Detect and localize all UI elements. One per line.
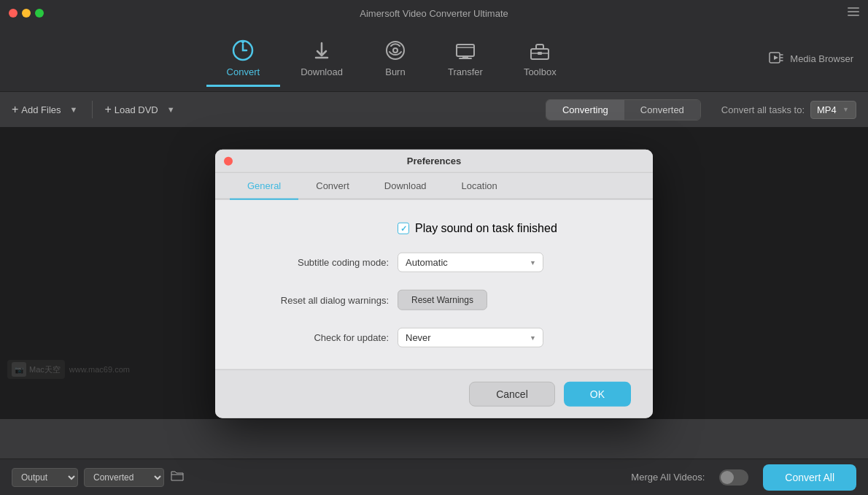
add-files-button[interactable]: + Add Files [12, 103, 61, 116]
convert-icon [231, 39, 255, 62]
transfer-icon [454, 39, 477, 62]
svg-rect-0 [848, 7, 859, 9]
check-update-dropdown-wrapper: Never Daily Weekly [398, 328, 543, 348]
subtitle-dropdown-wrapper: Automatic Manual [398, 253, 543, 272]
add-files-dropdown[interactable]: ▼ [67, 104, 81, 115]
convert-label: Convert [227, 66, 260, 77]
check-update-label: Check for update: [244, 332, 398, 343]
subtitle-coding-row: Subtitle coding mode: Automatic Manual [244, 253, 624, 272]
output-select[interactable]: Output [12, 468, 78, 487]
play-sound-value: Play sound on task finished [398, 222, 624, 235]
burn-label: Burn [385, 66, 405, 77]
subtitle-coding-value: Automatic Manual [398, 253, 624, 272]
modal-close-button[interactable] [224, 156, 233, 165]
window-title: Aimersoft Video Converter Ultimate [360, 8, 508, 19]
modal-title: Preferences [407, 156, 461, 166]
title-bar-right-icon [848, 7, 859, 20]
media-browser-label: Media Browser [790, 53, 853, 64]
subtitle-coding-label: Subtitle coding mode: [244, 257, 398, 268]
converting-tab[interactable]: Converting [546, 100, 624, 120]
main-content: Preferences General Convert Download Loc… [0, 127, 868, 419]
check-update-value: Never Daily Weekly [398, 328, 624, 348]
reset-warnings-value: Reset Warnings [398, 290, 624, 310]
title-bar: Aimersoft Video Converter Ultimate [0, 0, 868, 26]
download-icon [310, 39, 333, 62]
modal-titlebar: Preferences [215, 150, 653, 173]
separator [92, 101, 93, 118]
maximize-button[interactable] [35, 9, 44, 18]
merge-all-label: Merge All Videos: [631, 472, 705, 483]
preferences-modal: Preferences General Convert Download Loc… [215, 150, 653, 418]
plus-icon-2: + [104, 103, 111, 116]
play-sound-label: Play sound on task finished [415, 222, 557, 235]
format-select[interactable]: MP4 MKV AVI [810, 101, 856, 119]
svg-point-5 [393, 48, 398, 53]
converted-select[interactable]: Converted [84, 468, 164, 487]
reset-warnings-label: Reset all dialog warnings: [244, 294, 398, 305]
svg-rect-2 [848, 15, 859, 16]
add-files-label: Add Files [21, 104, 61, 115]
ok-button[interactable]: OK [564, 382, 631, 407]
modal-footer: Cancel OK [215, 369, 653, 418]
converted-tab[interactable]: Converted [624, 100, 700, 120]
toolbar: Convert Download Burn [0, 26, 868, 92]
check-update-select[interactable]: Never Daily Weekly [398, 328, 543, 348]
media-browser-icon [768, 50, 784, 68]
merge-all-toggle[interactable] [719, 469, 748, 486]
modal-tab-convert[interactable]: Convert [298, 173, 367, 200]
reset-warnings-button[interactable]: Reset Warnings [398, 290, 487, 310]
minimize-button[interactable] [22, 9, 31, 18]
svg-rect-9 [538, 52, 542, 55]
reset-warnings-row: Reset all dialog warnings: Reset Warning… [244, 290, 624, 310]
load-dvd-dropdown[interactable]: ▼ [164, 104, 178, 115]
toolbox-icon [528, 39, 551, 62]
toolbox-nav-button[interactable]: Toolbox [503, 31, 577, 87]
load-dvd-button[interactable]: + Load DVD [104, 103, 158, 116]
play-sound-checkbox-row: Play sound on task finished [398, 222, 557, 235]
burn-nav-button[interactable]: Burn [363, 31, 427, 87]
subtitle-coding-select[interactable]: Automatic Manual [398, 253, 543, 272]
svg-rect-6 [457, 45, 474, 56]
traffic-lights [9, 9, 44, 18]
download-label: Download [301, 66, 343, 77]
toolbox-label: Toolbox [524, 66, 557, 77]
convert-nav-button[interactable]: Convert [206, 31, 281, 87]
modal-body: Play sound on task finished Subtitle cod… [215, 200, 653, 369]
format-dropdown-wrapper: MP4 MKV AVI [810, 101, 856, 119]
convert-all-tasks-group: Convert all tasks to: MP4 MKV AVI [721, 101, 856, 119]
toggle-thumb [721, 471, 734, 484]
download-nav-button[interactable]: Download [280, 31, 363, 87]
convert-all-button[interactable]: Convert All [763, 464, 856, 491]
cancel-button[interactable]: Cancel [469, 382, 555, 407]
convert-all-tasks-label: Convert all tasks to: [721, 104, 805, 115]
plus-icon: + [12, 103, 18, 116]
check-update-row: Check for update: Never Daily Weekly [244, 328, 624, 348]
folder-button[interactable] [170, 470, 185, 485]
converting-tabs: Converting Converted [546, 99, 701, 120]
svg-rect-1 [848, 11, 859, 12]
toolbar-nav: Convert Download Burn [15, 31, 768, 87]
transfer-label: Transfer [448, 66, 483, 77]
close-button[interactable] [9, 9, 18, 18]
modal-tabs: General Convert Download Location [215, 173, 653, 200]
play-sound-checkbox[interactable] [398, 223, 409, 234]
modal-tab-general[interactable]: General [230, 173, 298, 200]
load-dvd-label: Load DVD [115, 104, 158, 115]
burn-icon [384, 39, 407, 62]
modal-tab-location[interactable]: Location [444, 173, 515, 200]
play-sound-row: Play sound on task finished [244, 222, 624, 235]
media-browser-button[interactable]: Media Browser [768, 50, 853, 68]
modal-tab-download[interactable]: Download [367, 173, 444, 200]
secondary-bar: + Add Files ▼ + Load DVD ▼ Converting Co… [0, 92, 868, 127]
bottom-bar: Output Converted Merge All Videos: Conve… [0, 458, 868, 495]
transfer-nav-button[interactable]: Transfer [427, 31, 503, 87]
